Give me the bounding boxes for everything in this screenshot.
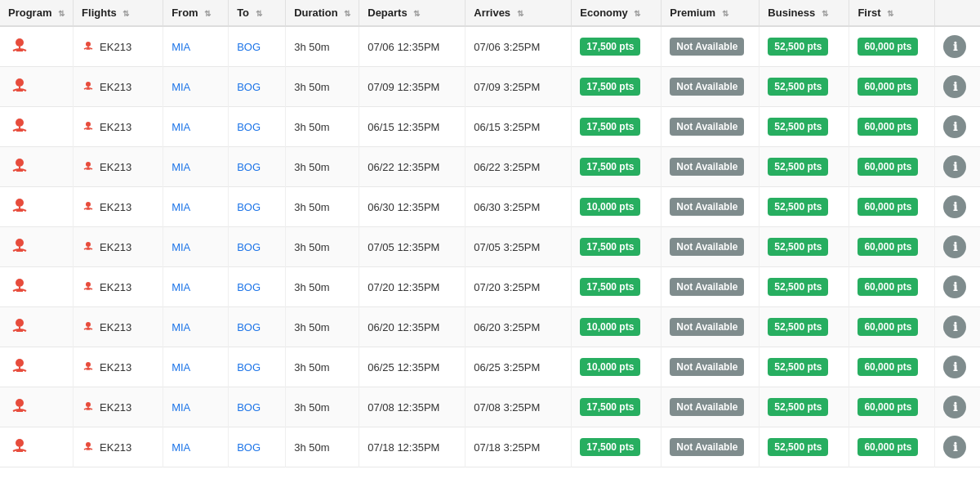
economy-cell[interactable]: 17,500 pts bbox=[572, 387, 662, 427]
header-from[interactable]: From ⇅ bbox=[163, 0, 229, 26]
premium-badge[interactable]: Not Available bbox=[670, 398, 744, 416]
from-cell[interactable]: MIA bbox=[163, 187, 229, 227]
first-badge[interactable]: 60,000 pts bbox=[858, 238, 918, 256]
to-link[interactable]: BOG bbox=[237, 361, 261, 373]
premium-badge[interactable]: Not Available bbox=[670, 438, 744, 456]
business-cell[interactable]: 52,500 pts bbox=[760, 307, 849, 347]
economy-cell[interactable]: 17,500 pts bbox=[572, 107, 662, 147]
premium-badge[interactable]: Not Available bbox=[670, 318, 744, 336]
economy-badge[interactable]: 10,000 pts bbox=[580, 358, 640, 376]
header-arrives[interactable]: Arrives ⇅ bbox=[466, 0, 572, 26]
from-link[interactable]: MIA bbox=[172, 241, 190, 253]
first-cell[interactable]: 60,000 pts bbox=[849, 26, 935, 67]
action-cell[interactable]: ℹ bbox=[935, 427, 980, 467]
premium-badge[interactable]: Not Available bbox=[670, 78, 744, 96]
economy-badge[interactable]: 17,500 pts bbox=[580, 78, 640, 96]
info-button[interactable]: ℹ bbox=[943, 275, 966, 298]
from-link[interactable]: MIA bbox=[172, 361, 190, 373]
to-cell[interactable]: BOG bbox=[229, 267, 286, 307]
from-cell[interactable]: MIA bbox=[163, 427, 229, 467]
premium-cell[interactable]: Not Available bbox=[662, 427, 760, 467]
business-badge[interactable]: 52,500 pts bbox=[768, 118, 828, 136]
economy-cell[interactable]: 17,500 pts bbox=[572, 267, 662, 307]
from-link[interactable]: MIA bbox=[172, 81, 190, 93]
first-badge[interactable]: 60,000 pts bbox=[858, 398, 918, 416]
header-first[interactable]: First ⇅ bbox=[849, 0, 935, 26]
premium-cell[interactable]: Not Available bbox=[662, 26, 760, 67]
header-economy[interactable]: Economy ⇅ bbox=[572, 0, 662, 26]
business-cell[interactable]: 52,500 pts bbox=[760, 107, 849, 147]
premium-cell[interactable]: Not Available bbox=[662, 107, 760, 147]
first-cell[interactable]: 60,000 pts bbox=[849, 347, 935, 387]
to-cell[interactable]: BOG bbox=[229, 187, 286, 227]
action-cell[interactable]: ℹ bbox=[935, 147, 980, 187]
economy-cell[interactable]: 17,500 pts bbox=[572, 427, 662, 467]
business-badge[interactable]: 52,500 pts bbox=[768, 278, 828, 296]
premium-cell[interactable]: Not Available bbox=[662, 307, 760, 347]
info-button[interactable]: ℹ bbox=[943, 115, 966, 138]
info-button[interactable]: ℹ bbox=[943, 195, 966, 218]
business-cell[interactable]: 52,500 pts bbox=[760, 427, 849, 467]
from-link[interactable]: MIA bbox=[172, 201, 190, 213]
info-button[interactable]: ℹ bbox=[943, 315, 966, 338]
business-cell[interactable]: 52,500 pts bbox=[760, 147, 849, 187]
premium-badge[interactable]: Not Available bbox=[670, 198, 744, 216]
economy-badge[interactable]: 17,500 pts bbox=[580, 438, 640, 456]
action-cell[interactable]: ℹ bbox=[935, 107, 980, 147]
header-to[interactable]: To ⇅ bbox=[229, 0, 286, 26]
from-link[interactable]: MIA bbox=[172, 401, 190, 414]
info-button[interactable]: ℹ bbox=[943, 235, 966, 258]
business-badge[interactable]: 52,500 pts bbox=[768, 198, 828, 216]
first-badge[interactable]: 60,000 pts bbox=[858, 358, 918, 376]
business-cell[interactable]: 52,500 pts bbox=[760, 267, 849, 307]
first-cell[interactable]: 60,000 pts bbox=[849, 307, 935, 347]
to-link[interactable]: BOG bbox=[237, 201, 261, 213]
first-badge[interactable]: 60,000 pts bbox=[858, 318, 918, 336]
header-departs[interactable]: Departs ⇅ bbox=[359, 0, 466, 26]
first-badge[interactable]: 60,000 pts bbox=[858, 278, 918, 296]
header-premium[interactable]: Premium ⇅ bbox=[662, 0, 760, 26]
to-cell[interactable]: BOG bbox=[229, 147, 286, 187]
to-link[interactable]: BOG bbox=[237, 321, 261, 333]
premium-badge[interactable]: Not Available bbox=[670, 278, 744, 296]
header-duration[interactable]: Duration ⇅ bbox=[286, 0, 359, 26]
from-cell[interactable]: MIA bbox=[163, 26, 229, 67]
info-button[interactable]: ℹ bbox=[943, 356, 966, 378]
info-button[interactable]: ℹ bbox=[943, 75, 966, 98]
to-cell[interactable]: BOG bbox=[229, 67, 286, 107]
from-cell[interactable]: MIA bbox=[163, 387, 229, 427]
first-badge[interactable]: 60,000 pts bbox=[858, 118, 918, 136]
first-cell[interactable]: 60,000 pts bbox=[849, 387, 935, 427]
economy-cell[interactable]: 10,000 pts bbox=[572, 307, 662, 347]
to-link[interactable]: BOG bbox=[237, 241, 261, 253]
economy-cell[interactable]: 17,500 pts bbox=[572, 147, 662, 187]
action-cell[interactable]: ℹ bbox=[935, 67, 980, 107]
premium-cell[interactable]: Not Available bbox=[662, 67, 760, 107]
economy-badge[interactable]: 10,000 pts bbox=[580, 198, 640, 216]
premium-cell[interactable]: Not Available bbox=[662, 187, 760, 227]
to-link[interactable]: BOG bbox=[237, 401, 261, 414]
economy-badge[interactable]: 17,500 pts bbox=[580, 238, 640, 256]
premium-cell[interactable]: Not Available bbox=[662, 267, 760, 307]
premium-badge[interactable]: Not Available bbox=[670, 238, 744, 256]
to-link[interactable]: BOG bbox=[237, 121, 261, 133]
first-badge[interactable]: 60,000 pts bbox=[858, 38, 918, 56]
to-cell[interactable]: BOG bbox=[229, 26, 286, 67]
premium-badge[interactable]: Not Available bbox=[670, 38, 744, 56]
action-cell[interactable]: ℹ bbox=[935, 26, 980, 67]
business-badge[interactable]: 52,500 pts bbox=[768, 318, 828, 336]
from-link[interactable]: MIA bbox=[172, 321, 190, 333]
to-cell[interactable]: BOG bbox=[229, 347, 286, 387]
economy-badge[interactable]: 17,500 pts bbox=[580, 278, 640, 296]
to-cell[interactable]: BOG bbox=[229, 387, 286, 427]
economy-cell[interactable]: 10,000 pts bbox=[572, 347, 662, 387]
header-program[interactable]: Program ⇅ bbox=[0, 0, 74, 26]
first-badge[interactable]: 60,000 pts bbox=[858, 438, 918, 456]
from-cell[interactable]: MIA bbox=[163, 307, 229, 347]
first-badge[interactable]: 60,000 pts bbox=[858, 78, 918, 96]
first-cell[interactable]: 60,000 pts bbox=[849, 107, 935, 147]
from-cell[interactable]: MIA bbox=[163, 267, 229, 307]
to-link[interactable]: BOG bbox=[237, 41, 261, 53]
first-badge[interactable]: 60,000 pts bbox=[858, 198, 918, 216]
to-cell[interactable]: BOG bbox=[229, 107, 286, 147]
